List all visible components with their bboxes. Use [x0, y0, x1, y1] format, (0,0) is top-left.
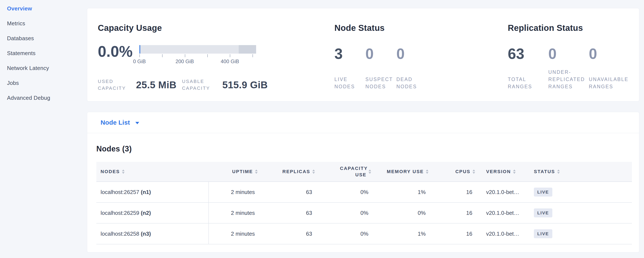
sidebar-item-databases[interactable]: Databases [7, 35, 84, 41]
memory-use-cell: 1% [371, 230, 428, 237]
sort-icon [255, 170, 258, 174]
node-name: (n1) [141, 189, 151, 195]
column-header-cpus[interactable]: CPUs [428, 169, 475, 174]
table-row-node-2: localhost:26259 (n2) 2 minutes 63 0% 0% … [96, 203, 632, 223]
sidebar-item-advanced-debug[interactable]: Advanced Debug [7, 95, 84, 101]
unavailable-ranges-value: 0 [589, 47, 628, 60]
status-cell: LIVE [534, 208, 632, 217]
node-list-dropdown-label: Node List [100, 119, 130, 126]
suspect-nodes-value: 0 [366, 47, 396, 60]
column-label-status: Status [534, 169, 555, 174]
column-header-nodes[interactable]: Nodes [96, 169, 209, 174]
sidebar-item-metrics[interactable]: Metrics [7, 21, 84, 26]
sort-icon [513, 170, 516, 174]
under-replicated-ranges-stat: 0 UNDER- REPLICATED RANGES [548, 47, 589, 90]
node-address: localhost:26257 [100, 189, 139, 195]
sort-icon [122, 170, 124, 174]
node-status-title: Node Status [334, 23, 508, 33]
column-header-replicas[interactable]: Replicas [258, 169, 315, 174]
sort-icon [426, 170, 428, 174]
cluster-summary-card: Capacity Usage 0.0% [87, 8, 639, 101]
column-header-status[interactable]: Status [534, 169, 632, 174]
capacity-gauge-axis [140, 54, 256, 58]
version-cell: v20.1.0-bet… [475, 189, 534, 195]
nodes-table-header: Nodes Uptime Replicas Capacity Use [96, 162, 632, 182]
capacity-gauge-used-segment [140, 45, 140, 54]
version-cell: v20.1.0-bet… [475, 230, 534, 237]
node-address-link[interactable]: localhost:26257 (n1) [96, 182, 209, 202]
column-label-nodes: Nodes [100, 169, 120, 174]
column-header-uptime[interactable]: Uptime [209, 169, 258, 174]
usable-capacity-value: 515.9 GiB [222, 79, 268, 91]
uptime-cell: 2 minutes [209, 230, 258, 237]
replication-stats: 63 TOTAL RANGES 0 UNDER- REPLICATED RANG… [508, 47, 639, 90]
capacity-gauge-other-segment [239, 45, 256, 54]
version-cell: v20.1.0-bet… [475, 210, 534, 216]
sort-icon [557, 170, 560, 174]
dead-nodes-label: DEAD NODES [396, 76, 427, 90]
capacity-use-cell: 0% [315, 230, 371, 237]
sidebar-nav: Overview Metrics Databases Statements Ne… [7, 6, 84, 110]
total-ranges-value: 63 [508, 47, 548, 60]
column-label-uptime: Uptime [232, 169, 253, 174]
sidebar-item-network-latency[interactable]: Network Latency [7, 65, 84, 71]
capacity-gauge-row: 0.0% 0 GiB [98, 45, 334, 65]
node-list-body: Nodes (3) Nodes Uptime Replicas [87, 145, 639, 244]
status-badge: LIVE [534, 229, 552, 238]
capacity-usage-section: Capacity Usage 0.0% [98, 8, 334, 101]
suspect-nodes-stat: 0 SUSPECT NODES [366, 47, 396, 90]
used-capacity-value: 25.5 MiB [136, 79, 176, 91]
axis-label-200gib: 200 GiB [176, 59, 194, 64]
used-capacity-stat: USED CAPACITY 25.5 MiB [98, 78, 176, 92]
unavailable-ranges-stat: 0 UNAVAILABLE RANGES [589, 47, 628, 90]
unavailable-ranges-label: UNAVAILABLE RANGES [589, 76, 628, 90]
cpus-cell: 16 [428, 210, 475, 216]
status-badge: LIVE [534, 208, 552, 217]
cpus-cell: 16 [428, 189, 475, 195]
axis-label-400gib: 400 GiB [221, 59, 239, 64]
replication-status-title: Replication Status [508, 23, 639, 33]
column-label-capacity-use: Capacity Use [340, 165, 366, 178]
column-header-memory-use[interactable]: Memory Use [371, 169, 428, 174]
under-replicated-ranges-value: 0 [548, 47, 589, 60]
node-status-stats: 3 LIVE NODES 0 SUSPECT NODES 0 DEAD NODE… [334, 47, 508, 90]
column-label-version: Version [486, 169, 511, 174]
status-cell: LIVE [534, 188, 632, 197]
nodes-table: Nodes Uptime Replicas Capacity Use [96, 162, 632, 244]
column-label-memory-use: Memory Use [387, 169, 424, 174]
capacity-gauge-labels: 0 GiB 200 GiB 400 GiB [140, 59, 256, 65]
live-nodes-value: 3 [334, 47, 366, 60]
node-list-dropdown[interactable]: Node List [100, 119, 139, 126]
node-name: (n3) [141, 230, 151, 237]
replicas-cell: 63 [258, 189, 315, 195]
cpus-cell: 16 [428, 230, 475, 237]
replicas-cell: 63 [258, 230, 315, 237]
sidebar-item-statements[interactable]: Statements [7, 50, 84, 56]
uptime-cell: 2 minutes [209, 210, 258, 216]
node-list-card: Node List Nodes (3) Nodes Uptime [87, 112, 639, 252]
live-nodes-label: LIVE NODES [334, 76, 366, 90]
node-address-link[interactable]: localhost:26258 (n3) [96, 223, 209, 244]
axis-label-0gib: 0 GiB [133, 59, 146, 64]
replication-status-section: Replication Status 63 TOTAL RANGES 0 UND… [508, 8, 639, 101]
sidebar-item-jobs[interactable]: Jobs [7, 80, 84, 86]
capacity-use-cell: 0% [315, 189, 371, 195]
table-row-node-1: localhost:26257 (n1) 2 minutes 63 0% 1% … [96, 182, 632, 203]
column-header-capacity-use[interactable]: Capacity Use [315, 165, 371, 178]
total-ranges-label: TOTAL RANGES [508, 76, 548, 90]
node-address: localhost:26258 [100, 230, 139, 237]
column-label-replicas: Replicas [282, 169, 310, 174]
dead-nodes-value: 0 [396, 47, 427, 60]
replicas-cell: 63 [258, 210, 315, 216]
main-content: Capacity Usage 0.0% [87, 8, 639, 252]
table-row-node-3: localhost:26258 (n3) 2 minutes 63 0% 1% … [96, 223, 632, 244]
node-address-link[interactable]: localhost:26259 (n2) [96, 203, 209, 223]
column-header-version[interactable]: Version [475, 169, 534, 174]
suspect-nodes-label: SUSPECT NODES [366, 76, 396, 90]
sidebar-item-overview[interactable]: Overview [7, 6, 84, 12]
status-cell: LIVE [534, 229, 632, 238]
node-address: localhost:26259 [100, 210, 139, 216]
uptime-cell: 2 minutes [209, 189, 258, 195]
capacity-percent-value: 0.0% [98, 45, 132, 58]
live-nodes-stat: 3 LIVE NODES [334, 47, 366, 90]
